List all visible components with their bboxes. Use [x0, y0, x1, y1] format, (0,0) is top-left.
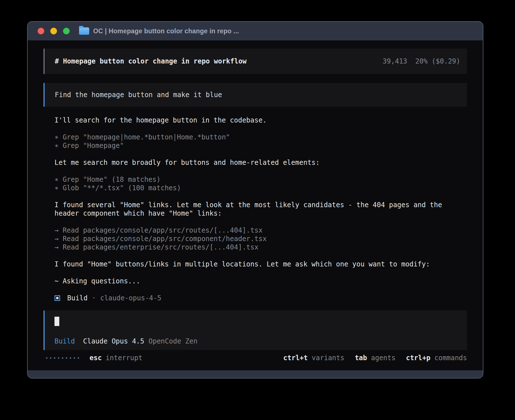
context-usage: 20% ($0.29)	[415, 57, 460, 65]
spinner-dot	[54, 357, 55, 359]
tool-call-group: → Read packages/console/app/src/routes/[…	[54, 226, 467, 251]
shortcut-hints-bar: esc interrupt ctrl+t variants tab agents…	[43, 354, 467, 362]
shortcut-variants: ctrl+t variants	[283, 354, 344, 362]
assistant-paragraph: I found several "Home" links. Let me loo…	[54, 201, 467, 218]
user-message: Find the homepage button and make it blu…	[43, 83, 467, 107]
window-title: OC | Homepage button color change in rep…	[93, 27, 239, 35]
window-bottom-strip	[28, 370, 483, 378]
agent-line: Build · claude-opus-4-5	[54, 294, 467, 302]
tool-call-group: ∗ Grep "Home" (18 matches) ∗ Glob "**/*.…	[54, 175, 467, 192]
folder-icon	[79, 27, 89, 35]
tool-call-read: → Read packages/console/app/src/componen…	[54, 235, 467, 243]
session-title: # Homepage button color change in repo w…	[55, 57, 246, 65]
terminal-content: # Homepage button color change in repo w…	[28, 40, 483, 370]
hints-right: ctrl+t variants tab agents ctrl+p comman…	[273, 354, 467, 362]
window-titlebar[interactable]: OC | Homepage button color change in rep…	[28, 22, 483, 40]
agent-icon	[54, 295, 60, 301]
tool-call-group: ∗ Grep "homepage|home.*button|Home.*butt…	[54, 133, 467, 150]
provider-label: OpenCode Zen	[149, 337, 197, 345]
shortcut-agents: tab agents	[355, 354, 396, 362]
spinner-dot	[70, 357, 71, 359]
shortcut-key-ctrl-t: ctrl+t	[283, 354, 308, 362]
mode-label[interactable]: Build	[54, 337, 75, 345]
token-count: 39,413	[383, 57, 407, 65]
minimize-button[interactable]	[50, 28, 57, 34]
tool-call-grep: ∗ Grep "Homepage"	[54, 141, 467, 150]
assistant-text: I found several "Home" links. Let me loo…	[54, 201, 467, 209]
shortcut-label-variants: variants	[312, 354, 344, 362]
zoom-button[interactable]	[63, 28, 70, 34]
assistant-transcript: I'll search for the homepage button in t…	[43, 116, 467, 302]
agent-model: claude-opus-4-5	[100, 294, 162, 302]
asking-questions-status: ~ Asking questions...	[54, 277, 467, 285]
assistant-paragraph: I'll search for the homepage button in t…	[54, 116, 467, 124]
text-cursor	[54, 317, 59, 326]
assistant-text: I'll search for the homepage button in t…	[54, 116, 467, 124]
assistant-paragraph: Let me search more broadly for buttons a…	[54, 158, 467, 167]
hints-left: esc interrupt	[46, 354, 142, 362]
shortcut-label-interrupt: interrupt	[106, 354, 142, 362]
assistant-paragraph: I found "Home" buttons/links in multiple…	[54, 260, 467, 268]
tool-call-read: → Read packages/enterprise/src/routes/[.…	[54, 243, 467, 251]
working-spinner-dots	[46, 357, 79, 359]
shortcut-key-tab: tab	[355, 354, 367, 362]
shortcut-key-esc: esc	[90, 354, 102, 362]
spinner-dot	[50, 357, 51, 359]
shortcut-label-commands: commands	[434, 354, 467, 362]
tool-call-read: → Read packages/console/app/src/routes/[…	[54, 226, 467, 235]
close-button[interactable]	[38, 28, 44, 34]
shortcut-commands: ctrl+p commands	[406, 354, 467, 362]
separator-dot: ·	[92, 294, 96, 302]
terminal-window: OC | Homepage button color change in rep…	[27, 21, 483, 379]
user-message-text: Find the homepage button and make it blu…	[55, 91, 222, 99]
shortcut-key-ctrl-p: ctrl+p	[406, 354, 431, 362]
spinner-dot	[62, 357, 63, 359]
agent-name: Build	[67, 294, 88, 302]
assistant-text: I found "Home" buttons/links in multiple…	[54, 260, 467, 268]
assistant-text: Let me search more broadly for buttons a…	[54, 158, 467, 167]
spinner-dot	[58, 357, 59, 359]
prompt-input[interactable]: Build Claude Opus 4.5 OpenCode Zen	[43, 310, 467, 350]
spinner-dot	[66, 357, 67, 359]
status-line: ~ Asking questions...	[54, 277, 467, 285]
session-stats: 39,41320% ($0.29)	[383, 57, 460, 65]
agent-icon-dot	[56, 297, 58, 299]
tool-call-grep: ∗ Grep "homepage|home.*button|Home.*butt…	[54, 133, 467, 141]
spinner-dot	[78, 357, 79, 359]
spinner-dot	[74, 357, 75, 359]
tool-call-grep: ∗ Grep "Home" (18 matches)	[54, 175, 467, 184]
model-label[interactable]: Claude Opus 4.5	[83, 337, 144, 345]
input-status-line: Build Claude Opus 4.5 OpenCode Zen	[54, 337, 457, 345]
session-header: # Homepage button color change in repo w…	[43, 49, 467, 74]
tool-call-glob: ∗ Glob "**/*.tsx" (100 matches)	[54, 184, 467, 192]
assistant-text: header component which have "Home" links…	[54, 209, 467, 218]
traffic-lights	[38, 28, 70, 34]
spinner-dot	[46, 357, 47, 359]
shortcut-label-agents: agents	[371, 354, 396, 362]
